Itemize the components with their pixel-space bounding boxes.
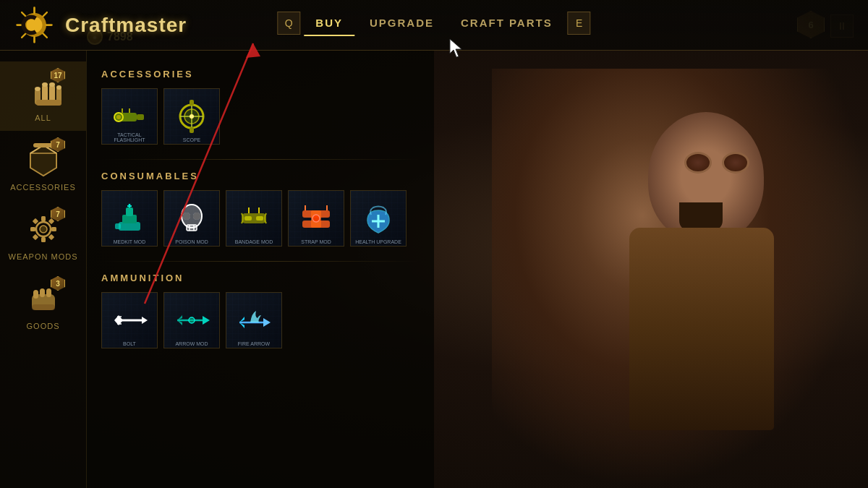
svg-line-8: [43, 12, 47, 17]
svg-rect-62: [187, 225, 197, 231]
svg-line-6: [22, 12, 26, 17]
svg-rect-51: [190, 100, 194, 106]
svg-point-16: [42, 82, 48, 87]
item-card-ammo2[interactable]: ARROW MOD: [163, 292, 220, 348]
npc-goggles: [681, 152, 753, 177]
sidebar-label-all: ALL: [35, 114, 51, 122]
svg-rect-66: [244, 216, 252, 221]
svg-rect-41: [137, 114, 144, 120]
svg-marker-84: [203, 316, 210, 325]
item-label-acc1: TACTICAL FLASHLIGHT: [103, 132, 156, 142]
sidebar-label-weapon-mods: WEAPON MODS: [9, 252, 78, 261]
svg-point-61: [193, 213, 200, 220]
svg-marker-79: [142, 317, 148, 324]
sidebar-item-weapon-mods[interactable]: 7 WEAPON MODS: [0, 200, 86, 270]
item-label-con1: MEDKIT MOD: [103, 239, 156, 244]
page-title: Craftmaster: [65, 14, 187, 37]
item-label-ammo1: BOLT: [103, 341, 156, 346]
svg-rect-14: [36, 100, 61, 106]
npc-character: [492, 69, 868, 488]
item-card-con4[interactable]: STRAP MOD: [288, 190, 344, 247]
item-label-ammo3: FIRE ARROW: [228, 341, 280, 346]
item-label-con2: POISON MOD: [166, 239, 218, 244]
sidebar-label-accessories: ACCESSORIES: [10, 183, 75, 192]
svg-point-15: [35, 87, 41, 91]
svg-point-60: [183, 213, 190, 220]
section-title-accessories: ACCESSORIES: [101, 69, 420, 80]
item-card-con5[interactable]: HEALTH UPGRADE: [350, 190, 407, 247]
svg-marker-87: [263, 318, 271, 327]
svg-rect-52: [190, 127, 194, 133]
svg-point-73: [312, 215, 320, 222]
svg-rect-30: [51, 227, 56, 231]
sidebar-item-accessories[interactable]: 7 ACCESSORIES: [0, 131, 86, 200]
item-card-acc1[interactable]: TACTICAL FLASHLIGHT: [101, 88, 158, 145]
divider-ammunition: [101, 261, 420, 262]
svg-rect-24: [33, 143, 54, 147]
sidebar-item-all[interactable]: 17 ALL: [0, 61, 86, 131]
nav-right-icon[interactable]: E: [568, 12, 591, 35]
svg-rect-39: [32, 304, 55, 310]
svg-rect-34: [48, 234, 54, 239]
svg-line-9: [22, 33, 26, 38]
svg-rect-55: [126, 207, 133, 216]
svg-rect-33: [32, 234, 38, 239]
item-label-ammo2: ARROW MOD: [166, 341, 218, 346]
sidebar-icon-goods: 3: [23, 278, 63, 318]
npc-body: [542, 83, 846, 488]
tab-buy[interactable]: BUY: [304, 11, 354, 35]
goggle-left: [684, 152, 712, 174]
svg-point-50: [190, 114, 194, 119]
sidebar-icon-accessories: 7: [23, 140, 63, 179]
svg-point-26: [40, 226, 47, 233]
sidebar-icon-all: 17: [23, 70, 63, 110]
svg-point-18: [56, 85, 61, 90]
item-card-con2[interactable]: POISON MOD: [163, 190, 220, 247]
item-label-con4: STRAP MOD: [290, 239, 342, 244]
svg-rect-28: [41, 237, 46, 242]
consumables-grid: MEDKIT MOD POISON MOD: [101, 190, 420, 247]
svg-rect-31: [32, 218, 38, 223]
item-label-con5: HEALTH UPGRADE: [352, 239, 404, 244]
item-card-acc2[interactable]: SCOPE: [163, 88, 220, 145]
divider-consumables: [101, 159, 420, 160]
nav-tabs: Q BUY UPGRADE CRAFT PARTS E: [277, 11, 590, 35]
item-card-con3[interactable]: BANDAGE MOD: [226, 190, 282, 247]
ammunition-grid: BOLT ARROW MOD FIRE ARROW: [101, 292, 420, 348]
svg-point-85: [189, 317, 195, 323]
svg-point-17: [49, 82, 55, 87]
tab-craft-parts[interactable]: CRAFT PARTS: [449, 11, 564, 35]
sidebar-label-goods: GOODS: [27, 322, 60, 330]
svg-rect-67: [256, 216, 263, 221]
goggle-right: [722, 152, 749, 174]
sidebar-icon-weapon-mods: 7: [23, 209, 63, 249]
svg-line-7: [43, 33, 47, 38]
tab-upgrade[interactable]: UPGRADE: [358, 11, 446, 35]
svg-point-43: [116, 115, 121, 119]
item-card-ammo3[interactable]: FIRE ARROW: [226, 292, 282, 348]
item-card-con1[interactable]: MEDKIT MOD: [101, 190, 158, 247]
section-title-ammunition: AMMUNITION: [101, 273, 420, 283]
accessories-grid: TACTICAL FLASHLIGHT SCOPE: [101, 88, 420, 145]
section-title-consumables: CONSUMABLES: [101, 171, 420, 181]
sidebar-item-goods[interactable]: 3 GOODS: [0, 270, 86, 339]
nav-left-icon[interactable]: Q: [277, 12, 300, 35]
npc-torso: [629, 228, 774, 430]
item-card-ammo1[interactable]: BOLT: [101, 292, 158, 348]
svg-rect-37: [40, 288, 45, 297]
svg-rect-29: [30, 227, 35, 231]
sidebar: 17 ALL 7 ACCESSORIES: [0, 51, 87, 488]
header: Craftmaster Q BUY UPGRADE CRAFT PARTS E: [0, 0, 868, 51]
svg-rect-56: [115, 223, 121, 229]
svg-rect-27: [41, 216, 46, 221]
item-label-acc2: SCOPE: [166, 137, 218, 142]
main-content: ACCESSORIES TACTICAL FLASHLIGHT: [87, 51, 434, 488]
svg-rect-38: [46, 288, 51, 297]
item-label-con3: BANDAGE MOD: [228, 239, 280, 244]
svg-rect-36: [33, 290, 38, 299]
npc-beard: [679, 202, 723, 231]
logo-sun: [14, 5, 54, 45]
svg-marker-20: [30, 145, 56, 176]
